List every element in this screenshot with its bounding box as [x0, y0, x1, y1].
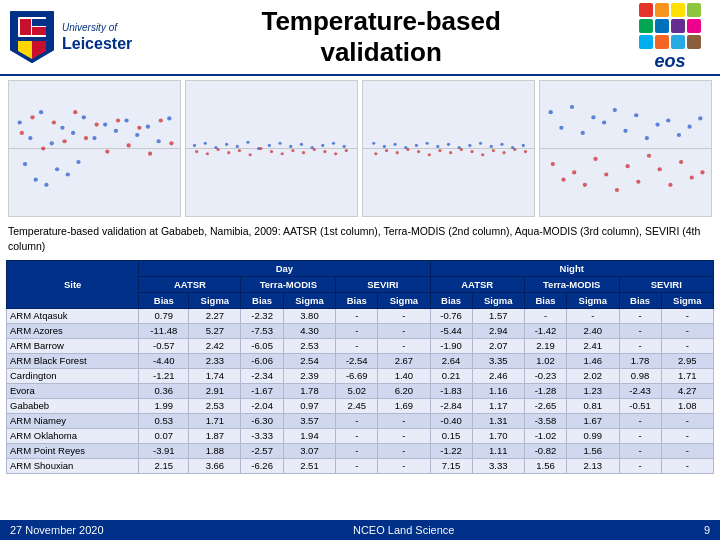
value-cell: 3.66 [189, 458, 241, 473]
value-cell: 0.21 [430, 368, 472, 383]
svg-point-27 [55, 168, 59, 172]
value-cell: 1.71 [661, 368, 713, 383]
value-cell: 2.40 [567, 323, 619, 338]
svg-point-111 [549, 110, 553, 114]
svg-point-116 [602, 121, 606, 125]
svg-point-73 [313, 148, 316, 151]
site-cell: ARM Point Reyes [7, 443, 139, 458]
value-cell: 1.31 [472, 413, 524, 428]
svg-point-129 [583, 183, 587, 187]
svg-point-40 [127, 144, 131, 148]
svg-point-74 [323, 150, 326, 153]
svg-rect-4 [32, 27, 46, 35]
header: University of Leicester Temperature-base… [0, 0, 720, 76]
svg-point-128 [572, 171, 576, 175]
site-header: Site [7, 260, 139, 308]
value-cell: 2.13 [567, 458, 619, 473]
value-cell: - [378, 338, 430, 353]
value-cell: 2.19 [524, 338, 566, 353]
svg-point-35 [73, 110, 77, 114]
table-body: ARM Atqasuk0.792.27-2.323.80---0.761.57-… [7, 308, 714, 473]
shield-icon [10, 11, 54, 63]
value-cell: 1.08 [661, 398, 713, 413]
svg-point-14 [71, 131, 75, 135]
value-cell: -0.40 [430, 413, 472, 428]
value-cell: 2.67 [378, 353, 430, 368]
value-cell: 2.27 [189, 308, 241, 323]
value-cell: 2.45 [336, 398, 378, 413]
value-cell: -1.67 [241, 383, 283, 398]
uni-name-line2: Leicester [62, 34, 132, 53]
value-cell: - [336, 338, 378, 353]
svg-point-41 [137, 126, 141, 130]
svg-point-26 [44, 183, 48, 187]
page-title: Temperature-based validation [132, 6, 630, 68]
value-cell: 1.16 [472, 383, 524, 398]
chart-4 [539, 80, 712, 217]
site-cell: ARM Black Forest [7, 353, 139, 368]
table-row: ARM Point Reyes-3.911.88-2.573.07---1.22… [7, 443, 714, 458]
value-cell: - [378, 323, 430, 338]
site-cell: Gababeb [7, 398, 139, 413]
value-cell: 0.97 [283, 398, 335, 413]
svg-point-125 [698, 117, 702, 121]
value-cell: 1.11 [472, 443, 524, 458]
eos-grid-icon [639, 3, 701, 49]
value-cell: -0.82 [524, 443, 566, 458]
value-cell: 2.94 [472, 323, 524, 338]
svg-point-89 [479, 142, 482, 145]
svg-point-98 [417, 150, 420, 153]
svg-point-21 [146, 125, 150, 129]
value-cell: -2.43 [619, 383, 661, 398]
svg-point-68 [259, 147, 262, 150]
svg-point-120 [645, 136, 649, 140]
chart-2 [185, 80, 358, 217]
svg-point-20 [135, 133, 139, 137]
svg-point-44 [169, 142, 173, 146]
svg-point-30 [20, 131, 24, 135]
eos-logo: eos [630, 11, 710, 63]
value-cell: 2.54 [283, 353, 335, 368]
value-cell: -2.65 [524, 398, 566, 413]
value-cell: 1.71 [189, 413, 241, 428]
svg-point-62 [195, 150, 198, 153]
svg-point-124 [687, 125, 691, 129]
svg-point-24 [23, 162, 27, 166]
svg-point-51 [236, 145, 239, 148]
day-seviri-header: SEVIRI [336, 276, 430, 292]
value-cell: -1.02 [524, 428, 566, 443]
svg-point-69 [270, 150, 273, 153]
value-cell: - [661, 323, 713, 338]
svg-point-134 [636, 180, 640, 184]
svg-point-118 [623, 129, 627, 133]
svg-point-81 [393, 143, 396, 146]
svg-point-16 [92, 136, 96, 140]
svg-point-34 [62, 140, 66, 144]
svg-point-137 [668, 183, 672, 187]
value-cell: 2.64 [430, 353, 472, 368]
value-cell: - [378, 308, 430, 323]
svg-point-31 [30, 116, 34, 120]
svg-point-84 [426, 142, 429, 145]
svg-point-17 [103, 123, 107, 127]
svg-point-47 [193, 144, 196, 147]
value-cell: 0.81 [567, 398, 619, 413]
svg-point-136 [658, 168, 662, 172]
value-cell: 0.99 [567, 428, 619, 443]
value-cell: -2.84 [430, 398, 472, 413]
value-cell: - [661, 338, 713, 353]
value-cell: 2.53 [189, 398, 241, 413]
value-cell: - [524, 308, 566, 323]
svg-point-131 [604, 173, 608, 177]
value-cell: - [619, 413, 661, 428]
value-cell: - [661, 308, 713, 323]
value-cell: - [661, 413, 713, 428]
value-cell: 0.07 [139, 428, 189, 443]
value-cell: 5.27 [189, 323, 241, 338]
site-cell: ARM Shouxian [7, 458, 139, 473]
value-cell: -6.69 [336, 368, 378, 383]
svg-point-63 [206, 153, 209, 156]
svg-point-55 [278, 142, 281, 145]
svg-point-130 [593, 157, 597, 161]
svg-point-54 [268, 144, 271, 147]
